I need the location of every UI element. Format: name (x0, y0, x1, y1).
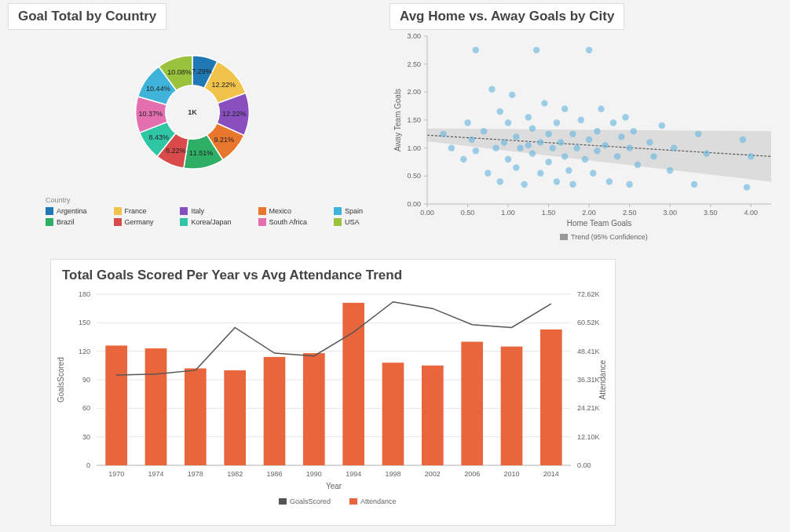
svg-point-48 (594, 148, 600, 154)
svg-point-14 (501, 139, 507, 145)
svg-text:60.52K: 60.52K (577, 319, 600, 326)
svg-text:72.62K: 72.62K (577, 290, 600, 298)
svg-point-57 (626, 144, 632, 151)
svg-point-34 (554, 119, 560, 126)
svg-rect-131 (105, 345, 127, 465)
svg-point-18 (513, 133, 519, 140)
svg-text:60: 60 (82, 404, 90, 412)
legend-item[interactable]: France (114, 207, 168, 215)
svg-text:2.50: 2.50 (407, 60, 421, 68)
svg-point-68 (740, 137, 746, 143)
svg-text:Attendance: Attendance (598, 359, 607, 399)
svg-text:1998: 1998 (385, 470, 400, 478)
svg-point-23 (525, 142, 532, 148)
svg-point-66 (695, 131, 701, 137)
svg-text:0.50: 0.50 (407, 172, 421, 180)
legend-label: Spain (345, 207, 363, 215)
svg-text:90: 90 (82, 376, 90, 384)
svg-point-11 (492, 144, 499, 151)
svg-point-41 (573, 144, 580, 151)
svg-point-17 (509, 92, 515, 98)
svg-point-27 (537, 170, 543, 177)
legend-item[interactable]: Germany (114, 218, 168, 226)
svg-text:180: 180 (79, 290, 90, 298)
svg-point-56 (626, 181, 632, 188)
svg-point-2 (448, 144, 455, 151)
svg-rect-158 (279, 498, 287, 505)
svg-text:1982: 1982 (227, 470, 243, 478)
legend-item[interactable]: Brazil (46, 218, 101, 226)
svg-point-59 (635, 162, 641, 168)
svg-point-63 (667, 167, 673, 173)
dashboard: Goal Total by Country 1K 7.29%12.22%12.2… (0, 0, 790, 532)
svg-point-36 (561, 153, 568, 159)
scatter-chart[interactable]: 0.000.501.001.502.002.503.003.504.000.00… (390, 30, 782, 242)
svg-text:1978: 1978 (188, 470, 203, 478)
svg-text:2.00: 2.00 (407, 88, 421, 96)
legend-label: Argentina (57, 207, 87, 215)
svg-point-54 (618, 133, 624, 140)
svg-rect-134 (224, 370, 246, 465)
svg-point-38 (565, 167, 572, 173)
svg-point-60 (646, 139, 653, 145)
svg-point-32 (550, 144, 556, 151)
svg-text:150: 150 (79, 319, 90, 326)
donut-legend: Country ArgentinaFranceItalyMexicoSpainB… (46, 196, 377, 226)
svg-rect-137 (342, 303, 364, 465)
svg-text:Home Team Goals: Home Team Goals (567, 219, 632, 228)
legend-item[interactable]: Italy (180, 207, 245, 215)
svg-point-53 (614, 153, 620, 159)
legend-item[interactable]: Argentina (46, 207, 101, 215)
svg-text:3.00: 3.00 (663, 209, 677, 217)
svg-text:1986: 1986 (266, 470, 282, 478)
legend-item[interactable]: Mexico (258, 207, 322, 215)
legend-item[interactable]: Korea/Japan (180, 218, 245, 226)
svg-text:2.00: 2.00 (582, 209, 596, 217)
svg-point-67 (703, 151, 709, 157)
svg-point-46 (590, 170, 596, 177)
legend-label: Mexico (269, 207, 292, 215)
svg-text:GoalsScored: GoalsScored (290, 497, 331, 505)
svg-point-21 (521, 181, 527, 188)
donut-title: Goal Total by Country (8, 3, 166, 30)
svg-text:Trend (95% Confidence): Trend (95% Confidence) (571, 233, 648, 241)
svg-text:2010: 2010 (503, 470, 519, 478)
svg-point-16 (505, 156, 511, 162)
legend-swatch (258, 207, 266, 215)
svg-point-22 (525, 114, 532, 120)
legend-label: USA (345, 218, 360, 226)
svg-point-33 (554, 178, 560, 184)
svg-point-47 (594, 128, 600, 134)
combo-chart[interactable]: 00.003012.10K6024.21K9036.31K12048.41K15… (51, 283, 616, 511)
svg-point-35 (558, 139, 564, 145)
svg-point-65 (691, 181, 697, 188)
legend-swatch (180, 207, 188, 215)
combo-title: Total Goals Scored Per Year vs Avg Atten… (51, 260, 615, 283)
legend-swatch (46, 207, 53, 215)
svg-text:Away Team Goals: Away Team Goals (393, 89, 402, 151)
legend-label: Germany (125, 218, 154, 226)
donut-center-label: 1K (118, 38, 267, 187)
svg-point-52 (610, 119, 616, 126)
svg-point-24 (529, 151, 536, 157)
svg-rect-133 (185, 368, 207, 465)
legend-item[interactable]: South Africa (258, 218, 322, 226)
legend-label: South Africa (269, 218, 308, 226)
donut-chart[interactable]: 1K 7.29%12.22%12.22%9.21%11.51%8.22%8.43… (118, 38, 267, 187)
legend-swatch (114, 207, 122, 215)
svg-text:0.00: 0.00 (577, 461, 591, 469)
svg-point-5 (468, 137, 474, 143)
svg-rect-139 (422, 366, 444, 465)
svg-point-45 (586, 47, 592, 53)
legend-label: Korea/Japan (191, 218, 231, 226)
scatter-title: Avg Home vs. Away Goals by City (390, 3, 624, 30)
svg-text:1970: 1970 (108, 470, 124, 478)
legend-swatch (334, 207, 342, 215)
svg-point-64 (671, 144, 677, 151)
svg-point-44 (586, 137, 592, 143)
legend-item[interactable]: USA (334, 218, 377, 226)
legend-item[interactable]: Spain (334, 207, 377, 215)
svg-text:0.50: 0.50 (461, 209, 475, 217)
svg-text:1.50: 1.50 (407, 116, 421, 124)
svg-point-29 (541, 100, 547, 106)
